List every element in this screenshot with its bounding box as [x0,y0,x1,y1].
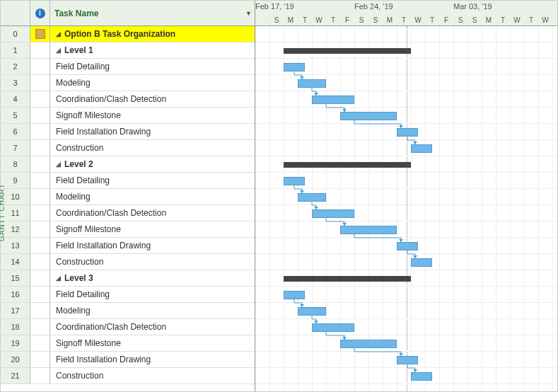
task-bar[interactable] [340,112,397,120]
collapse-icon[interactable]: ◢ [56,47,62,54]
task-name-cell[interactable]: Modeling [50,189,255,204]
task-name-cell[interactable]: Field Installation Drawing [50,238,255,253]
task-name-cell[interactable]: Construction [50,254,255,270]
task-bar[interactable] [312,209,354,218]
task-name-cell[interactable]: Field Detailing [50,173,255,188]
task-row[interactable]: 0◢Option B Task Organization [1,26,255,42]
task-bar[interactable] [284,63,305,71]
task-bar[interactable] [284,177,305,185]
task-bar[interactable] [411,144,432,153]
row-number[interactable]: 17 [1,303,30,318]
task-name-label: Coordination/Clash Detection [56,322,166,332]
task-name-cell[interactable]: ◢Level 2 [50,156,255,172]
task-row[interactable]: 17Modeling [1,303,255,319]
task-name-label: Modeling [56,306,91,316]
summary-bar[interactable] [284,162,411,168]
task-row[interactable]: 7Construction [1,140,255,156]
task-bar[interactable] [298,307,326,316]
task-row[interactable]: 10Modeling [1,189,255,205]
row-number[interactable]: 18 [1,319,30,335]
row-number[interactable]: 6 [1,124,30,139]
task-name-cell[interactable]: ◢Option B Task Organization [50,26,255,42]
indicator-header[interactable]: i [30,1,50,25]
task-row[interactable]: 16Field Detailing [1,287,255,303]
task-row[interactable]: 13Field Installation Drawing [1,238,255,254]
task-bar[interactable] [312,323,354,332]
task-name-cell[interactable]: Construction [50,140,255,156]
task-name-cell[interactable]: ◢Level 1 [50,42,255,58]
task-bar[interactable] [397,356,418,364]
task-bar[interactable] [411,258,432,267]
row-number[interactable]: 15 [1,270,30,286]
task-row[interactable]: 5Signoff Milestone [1,108,255,124]
task-row[interactable]: 1◢Level 1 [1,42,255,59]
task-row[interactable]: 8◢Level 2 [1,156,255,173]
collapse-icon[interactable]: ◢ [56,30,62,38]
row-number[interactable]: 21 [1,368,30,384]
collapse-icon[interactable]: ◢ [56,161,62,168]
task-row[interactable]: 20Field Installation Drawing [1,352,255,368]
row-number-header[interactable] [1,1,30,25]
task-name-cell[interactable]: Construction [50,368,255,384]
task-bar[interactable] [397,128,418,137]
collapse-icon[interactable]: ◢ [56,275,62,282]
task-bar[interactable] [312,96,354,104]
task-row[interactable]: 4Coordination/Clash Detection [1,91,255,108]
row-number[interactable]: 5 [1,108,30,123]
task-row[interactable]: 15◢Level 3 [1,270,255,287]
task-row[interactable]: 19Signoff Milestone [1,335,255,352]
chart-body[interactable] [255,26,557,391]
task-name-cell[interactable]: Signoff Milestone [50,221,255,237]
timeline-header[interactable]: SMTWTFSSMTWTFSSMTWTW Feb 17, '19Feb 24, … [255,1,557,26]
task-bar[interactable] [284,291,305,299]
task-name-cell[interactable]: Signoff Milestone [50,335,255,351]
task-name-cell[interactable]: Signoff Milestone [50,108,255,123]
task-name-cell[interactable]: Field Detailing [50,59,255,74]
task-bar[interactable] [340,226,397,234]
task-row[interactable]: 9Field Detailing [1,173,255,189]
task-row[interactable]: 18Coordination/Clash Detection [1,319,255,335]
row-number[interactable]: 3 [1,75,30,91]
row-number[interactable]: 20 [1,352,30,367]
task-name-cell[interactable]: Field Detailing [50,287,255,302]
task-name-cell[interactable]: Field Installation Drawing [50,352,255,367]
task-name-cell[interactable]: ◢Level 3 [50,270,255,286]
task-row[interactable]: 11Coordination/Clash Detection [1,205,255,221]
row-number[interactable]: 1 [1,42,30,58]
task-bar[interactable] [298,79,326,88]
task-bar[interactable] [298,193,326,202]
row-number[interactable]: 7 [1,140,30,156]
indicator-cell [30,108,50,123]
task-row[interactable]: 21Construction [1,368,255,384]
task-bar[interactable] [411,372,432,381]
indicator-cell [30,238,50,253]
task-name-header[interactable]: Task Name ▼ [50,1,255,25]
chevron-down-icon[interactable]: ▼ [245,10,252,17]
row-number[interactable]: 0 [1,26,30,42]
task-name-cell[interactable]: Coordination/Clash Detection [50,205,255,221]
task-row[interactable]: 2Field Detailing [1,59,255,75]
task-row[interactable]: 3Modeling [1,75,255,91]
task-name-label: Field Installation Drawing [56,127,151,137]
row-number[interactable]: 14 [1,254,30,270]
summary-bar[interactable] [284,276,411,282]
row-number[interactable]: 4 [1,91,30,107]
task-name-cell[interactable]: Modeling [50,75,255,91]
row-number[interactable]: 16 [1,287,30,302]
row-number[interactable]: 19 [1,335,30,351]
task-row[interactable]: 12Signoff Milestone [1,221,255,238]
task-name-cell[interactable]: Coordination/Clash Detection [50,319,255,335]
task-name-cell[interactable]: Field Installation Drawing [50,124,255,139]
summary-bar[interactable] [284,48,411,54]
task-name-cell[interactable]: Modeling [50,303,255,318]
note-icon[interactable] [35,29,45,39]
task-name-cell[interactable]: Coordination/Clash Detection [50,91,255,107]
row-number[interactable]: 2 [1,59,30,74]
day-label: W [510,16,524,24]
task-row[interactable]: 14Construction [1,254,255,270]
task-row[interactable]: 6Field Installation Drawing [1,124,255,140]
row-number[interactable]: 8 [1,156,30,172]
task-bar[interactable] [397,242,418,250]
task-bar[interactable] [340,340,397,348]
indicator-cell [30,303,50,318]
